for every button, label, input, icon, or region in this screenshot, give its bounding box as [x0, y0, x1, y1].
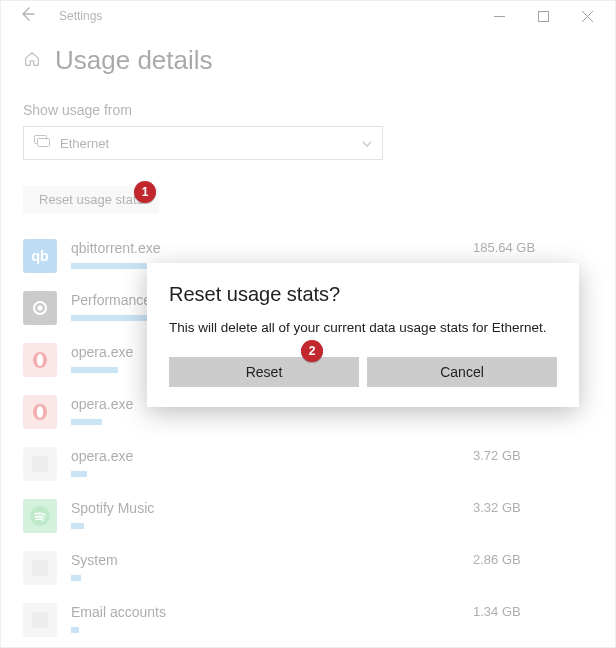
usage-bar	[71, 367, 118, 373]
app-icon	[23, 551, 57, 585]
app-icon: qb	[23, 239, 57, 273]
app-row[interactable]: System2.86 GB	[23, 551, 593, 585]
window-title: Settings	[59, 9, 102, 23]
back-button[interactable]	[13, 6, 41, 26]
app-icon	[23, 447, 57, 481]
reset-dialog: Reset usage stats? This will delete all …	[147, 263, 579, 407]
app-icon	[23, 603, 57, 637]
annotation-badge-2: 2	[301, 340, 323, 362]
app-size: 185.64 GB	[473, 239, 593, 255]
close-icon	[582, 11, 593, 22]
app-name: Spotify Music	[71, 499, 473, 517]
app-size: 2.86 GB	[473, 551, 593, 567]
page-header: Usage details	[23, 45, 593, 76]
ethernet-icon	[34, 135, 50, 152]
dialog-cancel-button[interactable]: Cancel	[367, 357, 557, 387]
svg-point-4	[38, 306, 43, 311]
app-row[interactable]: Spotify Music3.32 GB	[23, 499, 593, 533]
annotation-badge-1: 1	[134, 181, 156, 203]
usage-bar	[71, 627, 79, 633]
usage-bar	[71, 471, 87, 477]
svg-point-8	[37, 406, 43, 418]
svg-rect-11	[32, 560, 48, 576]
app-name: opera.exe	[71, 447, 473, 465]
dialog-title: Reset usage stats?	[169, 283, 557, 306]
app-icon	[23, 291, 57, 325]
app-name: qbittorrent.exe	[71, 239, 473, 257]
close-button[interactable]	[565, 1, 609, 31]
app-row[interactable]: Email accounts1.34 GB	[23, 603, 593, 637]
home-icon[interactable]	[23, 50, 41, 71]
maximize-button[interactable]	[521, 1, 565, 31]
minimize-icon	[494, 11, 505, 22]
app-name: Email accounts	[71, 603, 473, 621]
dialog-message: This will delete all of your current dat…	[169, 320, 557, 335]
app-size: 3.32 GB	[473, 499, 593, 515]
svg-rect-0	[538, 11, 548, 21]
app-name: System	[71, 551, 473, 569]
app-icon	[23, 395, 57, 429]
settings-window: Settings Usage details Show usage from E…	[0, 0, 616, 648]
app-icon	[23, 499, 57, 533]
app-size: 3.72 GB	[473, 447, 593, 463]
usage-bar	[71, 575, 81, 581]
svg-rect-9	[32, 456, 48, 472]
network-dropdown[interactable]: Ethernet	[23, 126, 383, 160]
app-icon	[23, 343, 57, 377]
svg-rect-2	[38, 138, 50, 146]
back-arrow-icon	[19, 6, 35, 22]
chevron-down-icon	[362, 137, 372, 149]
network-dropdown-value: Ethernet	[60, 136, 109, 151]
usage-bar	[71, 523, 84, 529]
titlebar: Settings	[1, 1, 615, 31]
show-usage-label: Show usage from	[23, 102, 593, 118]
svg-rect-12	[32, 612, 48, 628]
dialog-reset-button[interactable]: Reset	[169, 357, 359, 387]
minimize-button[interactable]	[477, 1, 521, 31]
page-title: Usage details	[55, 45, 213, 76]
app-size: 1.34 GB	[473, 603, 593, 619]
app-row[interactable]: opera.exe3.72 GB	[23, 447, 593, 481]
svg-point-6	[37, 354, 43, 366]
maximize-icon	[538, 11, 549, 22]
usage-bar	[71, 419, 102, 425]
